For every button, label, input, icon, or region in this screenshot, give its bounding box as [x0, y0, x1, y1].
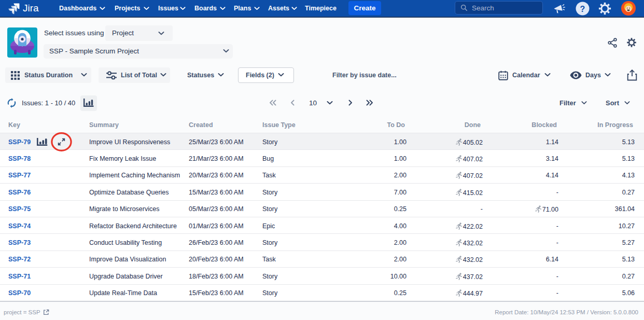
svg-text:?: ? — [580, 5, 585, 13]
